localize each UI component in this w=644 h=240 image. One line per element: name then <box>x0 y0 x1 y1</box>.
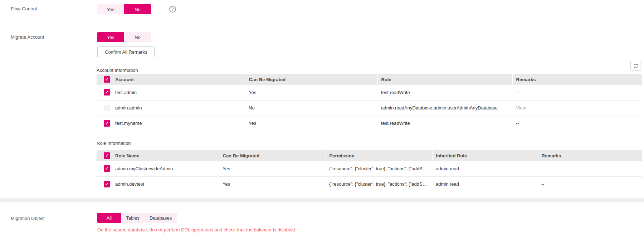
migration-object-toggle: All Tables Databases <box>97 213 177 223</box>
role-information-table: ✓ Role Name Can Be Migrated Permission I… <box>97 150 642 192</box>
role-select-all-checkbox[interactable]: ✓ <box>104 152 110 159</box>
table-row: ✓ admin.devtest Yes {"resource": {"clust… <box>97 176 642 192</box>
row-checkbox[interactable]: ✓ <box>104 165 110 172</box>
flow-control-yes-button[interactable]: Yes <box>97 4 124 14</box>
help-icon[interactable]: ? <box>169 6 176 13</box>
role-name-column-header: Role Name <box>115 153 139 158</box>
inherited-role-column-header: Inherited Role <box>432 150 538 161</box>
can-be-migrated-cell: Yes <box>219 176 326 192</box>
can-be-migrated-cell: Yes <box>219 161 326 176</box>
migrate-account-yes-button[interactable]: Yes <box>97 32 124 42</box>
remarks-column-header: Remarks <box>512 74 642 85</box>
role-cell: test.readWrite <box>377 85 512 100</box>
check-icon: ✓ <box>105 77 109 82</box>
table-row: ✓ admin.myClusterwideAdmin Yes {"resourc… <box>97 161 642 176</box>
can-be-migrated-cell: Yes <box>245 116 377 131</box>
inherited-role-cell: admin.read <box>432 161 538 176</box>
can-be-migrated-cell: Yes <box>245 85 377 100</box>
row-checkbox[interactable]: ✓ <box>104 105 110 111</box>
view-remarks-link[interactable]: View <box>516 105 526 111</box>
can-be-migrated-column-header: Can Be Migrated <box>219 150 326 161</box>
account-column-header: Account <box>115 77 134 82</box>
flow-control-no-button[interactable]: No <box>124 4 151 14</box>
confirm-all-remarks-button[interactable]: Confirm All Remarks <box>97 46 155 57</box>
can-be-migrated-cell: No <box>245 100 377 116</box>
section-separator-band <box>0 198 644 202</box>
account-cell: test.admin <box>115 90 137 95</box>
account-information-table: ✓ Account Can Be Migrated Role Remarks ✓… <box>97 74 642 131</box>
refresh-button[interactable] <box>630 61 640 71</box>
migration-warning-text: On the source database, do not perform D… <box>97 227 296 232</box>
can-be-migrated-column-header: Can Be Migrated <box>245 74 377 85</box>
row-checkbox[interactable]: ✓ <box>104 89 110 95</box>
remarks-cell: -- <box>538 176 642 192</box>
check-icon: ✓ <box>105 121 109 126</box>
account-information-title: Account Information <box>97 68 138 73</box>
flow-control-toggle: Yes No <box>97 4 151 14</box>
role-information-title: Role Information <box>97 141 131 146</box>
check-icon: ✓ <box>105 166 109 171</box>
refresh-icon <box>633 63 638 69</box>
permission-cell: {"resource": {"cluster": true}, "actions… <box>326 176 432 192</box>
row-checkbox[interactable]: ✓ <box>104 120 110 127</box>
role-name-cell: admin.devtest <box>115 181 144 187</box>
inherited-role-cell: admin.read <box>432 176 538 192</box>
migrate-account-label: Migrate Account <box>11 34 44 40</box>
migrate-account-toggle: Yes No <box>97 32 151 42</box>
migration-object-all-button[interactable]: All <box>97 213 121 223</box>
migration-object-tables-button[interactable]: Tables <box>121 213 145 223</box>
role-column-header: Role <box>377 74 512 85</box>
table-row: ✓ admin.admin No admin.readAnyDatabase,a… <box>97 100 642 116</box>
migration-object-databases-button[interactable]: Databases <box>145 213 177 223</box>
check-icon: ✓ <box>105 90 109 95</box>
check-icon: ✓ <box>105 182 109 187</box>
role-cell: admin.readAnyDatabase,admin.userAdminAny… <box>377 100 512 116</box>
check-icon: ✓ <box>105 153 109 158</box>
section-divider <box>0 20 644 20</box>
remarks-cell: -- <box>512 85 642 100</box>
role-cell: test.readWrite <box>377 116 512 131</box>
remarks-cell: -- <box>538 161 642 176</box>
migrate-account-no-button[interactable]: No <box>124 32 151 42</box>
role-table-header-row: ✓ Role Name Can Be Migrated Permission I… <box>97 150 642 161</box>
account-cell: test.myname <box>115 121 142 126</box>
table-row: ✓ test.admin Yes test.readWrite -- <box>97 85 642 100</box>
table-row: ✓ test.myname Yes test.readWrite -- <box>97 116 642 131</box>
role-name-cell: admin.myClusterwideAdmin <box>115 166 173 171</box>
row-checkbox[interactable]: ✓ <box>104 181 110 187</box>
account-select-all-checkbox[interactable]: ✓ <box>104 76 110 83</box>
remarks-column-header: Remarks <box>538 150 642 161</box>
permission-cell: {"resource": {"cluster": true}, "actions… <box>326 161 432 176</box>
permission-column-header: Permission <box>326 150 432 161</box>
migration-object-label: Migration Object <box>11 216 45 221</box>
account-table-header-row: ✓ Account Can Be Migrated Role Remarks <box>97 74 642 85</box>
remarks-cell: -- <box>512 116 642 131</box>
account-cell: admin.admin <box>115 105 142 111</box>
flow-control-label: Flow Control <box>11 6 37 11</box>
